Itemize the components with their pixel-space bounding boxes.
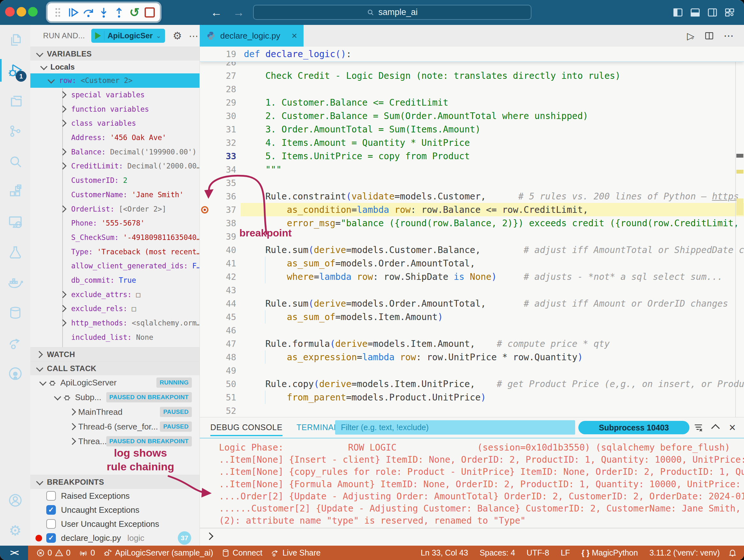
line-number[interactable]: 29 bbox=[210, 98, 236, 108]
line-number[interactable]: 34 bbox=[210, 165, 236, 175]
variable-row[interactable]: exclude_rels: □ bbox=[30, 302, 199, 316]
code-line[interactable]: 43 bbox=[200, 283, 744, 297]
debug-target-status[interactable]: ApiLogicServer (sample_ai) bbox=[103, 548, 213, 557]
cursor-position-status[interactable]: Ln 33, Col 43 bbox=[421, 548, 468, 557]
line-number[interactable]: 37 bbox=[210, 205, 236, 215]
debug-console-input[interactable] bbox=[200, 528, 744, 544]
window-close-button[interactable] bbox=[5, 7, 15, 16]
locals-scope-row[interactable]: Locals bbox=[30, 61, 199, 73]
line-number[interactable]: 44 bbox=[210, 299, 236, 308]
code-line[interactable]: 41 as_sum_of=models.Order.AmountTotal, bbox=[200, 257, 744, 270]
source-control-icon[interactable] bbox=[0, 116, 30, 146]
code-line[interactable]: 36 Rule.constraint(validate=models.Custo… bbox=[200, 190, 744, 203]
code-line[interactable]: 52 bbox=[200, 404, 744, 417]
line-number[interactable]: 40 bbox=[210, 245, 236, 255]
toggle-secondary-sidebar-icon[interactable] bbox=[707, 7, 718, 18]
code-area[interactable]: 2627 Check Credit - Logic Design (note: … bbox=[200, 62, 744, 417]
line-number[interactable]: 38 bbox=[210, 218, 236, 228]
variable-row[interactable]: exclude_attrs: □ bbox=[30, 287, 199, 302]
code-line[interactable]: 35 bbox=[200, 176, 744, 190]
notifications-bell-icon[interactable] bbox=[728, 548, 737, 557]
tab-terminal[interactable]: TERMINAL bbox=[297, 423, 338, 432]
variable-row[interactable]: CustomerID: 2 bbox=[30, 173, 199, 188]
variable-row[interactable]: db_commit: True bbox=[30, 273, 199, 288]
step-out-button[interactable] bbox=[113, 5, 125, 20]
extensions-icon[interactable] bbox=[0, 177, 30, 207]
line-number[interactable]: 27 bbox=[210, 71, 236, 81]
breakpoint-checkbox[interactable]: ✓ bbox=[46, 505, 56, 515]
line-number[interactable]: 26 bbox=[210, 62, 236, 67]
overview-ruler[interactable] bbox=[735, 62, 744, 417]
line-number[interactable]: 42 bbox=[210, 272, 236, 282]
variable-row[interactable]: OrderList: [<Order 2>] bbox=[30, 202, 199, 216]
breakpoint-row[interactable]: User Uncaught Exceptions bbox=[30, 517, 199, 531]
run-debug-icon[interactable]: 1 bbox=[0, 55, 30, 85]
line-number[interactable]: 45 bbox=[210, 312, 236, 322]
variable-row[interactable]: jsonapi_id: '2' bbox=[30, 344, 199, 347]
line-number[interactable]: 46 bbox=[210, 326, 236, 335]
variable-row[interactable]: included_list: None bbox=[30, 330, 199, 344]
line-number[interactable]: 41 bbox=[210, 258, 236, 268]
line-number[interactable]: 32 bbox=[210, 138, 236, 148]
code-line[interactable]: 32 4. Items.Amount = Quantity * UnitPric… bbox=[200, 136, 744, 149]
live-share-status[interactable]: Live Share bbox=[271, 548, 321, 557]
search-view-icon[interactable] bbox=[0, 146, 30, 177]
testing-icon[interactable] bbox=[0, 237, 30, 267]
line-number[interactable]: 52 bbox=[210, 406, 236, 416]
variable-row[interactable]: CreditLimit: Decimal('2000.00… bbox=[30, 159, 199, 173]
breakpoint-checkbox[interactable] bbox=[46, 519, 56, 529]
code-line[interactable]: 49 bbox=[200, 364, 744, 377]
tab-debug-console[interactable]: DEBUG CONSOLE bbox=[210, 423, 283, 432]
code-line[interactable]: 31 3. Order.AmountTotal = Sum(Items.Amou… bbox=[200, 122, 744, 136]
window-zoom-button[interactable] bbox=[28, 7, 38, 16]
github-icon[interactable] bbox=[0, 358, 30, 389]
line-number[interactable]: 31 bbox=[210, 124, 236, 134]
ports-status[interactable]: 0 bbox=[79, 548, 95, 557]
accounts-icon[interactable] bbox=[0, 485, 30, 515]
debug-settings-gear-icon[interactable]: ⚙ bbox=[173, 31, 182, 41]
maximize-panel-icon[interactable] bbox=[711, 424, 720, 433]
code-line[interactable]: 30 2. Customer.Balance = Sum(Order.Amoun… bbox=[200, 109, 744, 122]
code-line[interactable]: 47 Rule.formula(derive=models.Item.Amoun… bbox=[200, 337, 744, 350]
command-center-search[interactable]: sample_ai bbox=[253, 5, 531, 20]
eol-status[interactable]: LF bbox=[561, 548, 570, 557]
toggle-panel-icon[interactable] bbox=[690, 7, 701, 18]
step-over-button[interactable] bbox=[82, 5, 95, 20]
folder-view-icon[interactable] bbox=[0, 85, 30, 116]
problems-status[interactable]: 0 0 bbox=[36, 548, 71, 557]
settings-gear-icon[interactable]: ⚙ bbox=[0, 515, 30, 546]
customize-layout-icon[interactable] bbox=[724, 7, 735, 18]
step-into-button[interactable] bbox=[97, 5, 110, 20]
python-interpreter-status[interactable]: 3.11.2 ('venv': venv) bbox=[649, 548, 720, 557]
variables-section-header[interactable]: VARIABLES bbox=[30, 47, 199, 61]
connect-status[interactable]: Connect bbox=[222, 548, 262, 557]
debug-process-dropdown[interactable]: Subprocess 10403 bbox=[578, 421, 690, 434]
close-panel-icon[interactable]: × bbox=[729, 422, 736, 433]
window-minimize-button[interactable] bbox=[16, 7, 26, 16]
breakpoint-checkbox[interactable]: ✓ bbox=[46, 533, 56, 543]
variable-row[interactable]: class variables bbox=[30, 116, 199, 130]
restart-button[interactable]: ↺ bbox=[128, 5, 141, 20]
code-line[interactable]: 27 Check Credit - Logic Design (note: tr… bbox=[200, 69, 744, 82]
breakpoint-row[interactable]: Raised Exceptions bbox=[30, 489, 199, 503]
variable-row[interactable]: Address: '456 Oak Ave' bbox=[30, 130, 199, 145]
code-line[interactable]: 40 Rule.sum(derive=models.Customer.Balan… bbox=[200, 243, 744, 257]
variable-row[interactable]: Balance: Decimal('199900.00') bbox=[30, 145, 199, 159]
sticky-scroll-line[interactable]: 19def declare_logic(): bbox=[200, 47, 744, 62]
console-filter-input[interactable] bbox=[335, 420, 575, 435]
docker-icon[interactable] bbox=[0, 267, 30, 298]
indentation-status[interactable]: Spaces: 4 bbox=[480, 548, 515, 557]
breakpoint-row[interactable]: ✓Uncaught Exceptions bbox=[30, 503, 199, 517]
line-number[interactable]: 39 bbox=[210, 232, 236, 241]
variable-row[interactable]: Type: 'Traceback (most recent… bbox=[30, 245, 199, 259]
variable-row[interactable]: http_methods: <sqlalchemy.orm… bbox=[30, 316, 199, 330]
run-python-file-button[interactable]: ▷ ⌄ bbox=[687, 30, 695, 41]
code-line[interactable]: 48 as_expression=lambda row: row.UnitPri… bbox=[200, 350, 744, 364]
forward-arrow-icon[interactable]: → bbox=[233, 6, 245, 19]
callstack-row[interactable]: MainThreadPAUSED bbox=[30, 405, 199, 419]
variable-row[interactable]: row: <Customer 2> bbox=[30, 73, 199, 88]
code-line[interactable]: 33 5. Items.UnitPrice = copy from Produc… bbox=[200, 149, 744, 163]
variable-row[interactable]: CustomerName: 'Jane Smith' bbox=[30, 188, 199, 202]
code-line[interactable]: 44 Rule.sum(derive=models.Order.AmountTo… bbox=[200, 297, 744, 310]
line-number[interactable]: 48 bbox=[210, 352, 236, 362]
